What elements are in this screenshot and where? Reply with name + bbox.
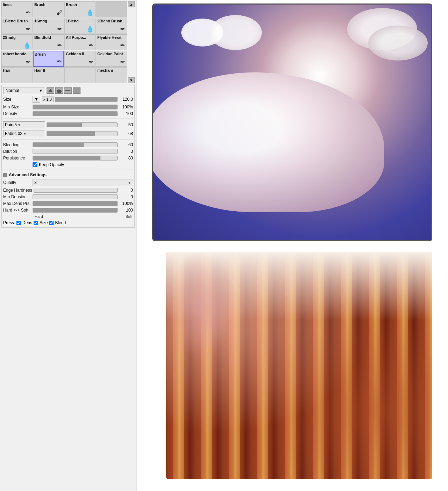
brush-icon-brush2: 💧 [86,9,94,16]
brush-icon-blindfold: ✒ [57,42,62,49]
blending-slider-container: 60 [33,142,133,147]
edge-hardness-label: Edge Hardness [3,188,32,193]
min-density-row: Min Density 0 [3,194,133,199]
density-value: 100 [119,111,133,116]
fabric02-row: Fabric 02 ▼ 68 [3,130,133,137]
size-dropdown[interactable]: ▼ [33,96,40,103]
press-size-checkbox[interactable] [34,221,38,225]
dilution-label: Dilution [3,149,31,154]
brush-cell-1smdg[interactable]: 1Smdg ✒ [33,18,64,34]
brush-cell-mechani[interactable]: mechani [96,67,127,83]
brush-cell-gekidan-paint[interactable]: Gekidan Paint ✒ [96,51,127,67]
shape-btn-mountain[interactable] [47,87,54,94]
blending-mode-label: Normal [6,88,19,93]
brush-cell-brush-selected[interactable]: Brush ✒ [33,51,64,67]
canvas-artwork[interactable] [145,3,439,486]
paint5-arrow-icon: ▼ [18,123,21,127]
scroll-down-button[interactable]: ▼ [128,77,135,83]
shape-btn-flat[interactable] [64,87,72,94]
blending-value: 60 [119,142,133,147]
persistence-value: 80 [119,156,133,161]
brush-cell-1blend[interactable]: 1Blend 💧 [64,18,96,34]
divider2 [3,140,133,140]
blending-mode-dropdown[interactable]: Normal ▼ [3,87,45,94]
cloud4 [368,26,428,61]
advanced-settings-header[interactable]: Advanced Settings [3,172,133,177]
size-slider[interactable] [55,97,118,102]
advanced-toggle-icon [3,173,7,177]
shape-btn-hill[interactable] [55,87,63,94]
brush-cell-hair2[interactable]: Hair II [33,67,64,83]
min-size-label: Min Size [3,105,31,109]
brush-icon-1smdg: ✒ [57,25,62,33]
fabric02-value: 68 [119,131,133,136]
brush-cell-hair[interactable]: Hair [1,67,33,83]
svg-point-1 [57,90,62,93]
svg-marker-0 [48,89,53,92]
min-density-slider[interactable] [33,194,118,199]
brush-cell-brush2[interactable]: Brush 💧 [64,1,96,17]
fabric02-slider[interactable] [47,131,118,136]
brush-cell-empty1 [96,1,127,17]
fabric02-dropdown[interactable]: Fabric 02 ▼ [3,130,45,137]
density-slider-container: 100 [33,111,133,116]
hard-soft-slider[interactable] [33,208,118,213]
brush-scroll-column: ▲ ▼ [128,1,135,83]
quality-dropdown[interactable]: 3 ▼ [33,179,133,186]
divider3 [3,170,133,170]
persistence-slider-container: 80 [33,156,133,161]
max-dens-prs-label: Max Dens Prs. [3,201,31,206]
edge-hardness-slider[interactable] [34,188,118,193]
press-row: Press: Dens Size Blend [3,220,133,225]
blending-row: Blending 60 [3,142,133,147]
min-size-slider[interactable] [33,105,118,109]
brush-cell-empty2 [64,67,96,83]
paint5-dropdown[interactable]: Paint5 ▼ [3,121,45,128]
brush-cell-1blend-brush[interactable]: 1Blend Brush ✒ [1,18,33,34]
brush-cell-brush1[interactable]: Brush 🖌 [33,1,64,17]
brush-cell-robert[interactable]: robert kondo ✒ [1,51,33,67]
brush-grid-wrapper: lines ✒ Brush 🖌 Brush 💧 1Blend Brush ✒ 1… [1,1,135,83]
max-dens-prs-value: 100% [119,201,133,206]
press-blend-checkbox[interactable] [49,221,54,225]
fabric02-slider-container: 68 [47,131,133,136]
keep-opacity-checkbox[interactable] [33,162,37,167]
brush-cell-flyable[interactable]: Flyable Heart ✒ [96,34,127,50]
brush-icon-gekidan-paint: ✒ [120,58,125,66]
brush-grid: lines ✒ Brush 🖌 Brush 💧 1Blend Brush ✒ 1… [1,1,127,83]
brush-cell-2blend-brush[interactable]: 2Blend Brush ✒ [96,18,127,34]
brush-icon-allpurpose: ✒ [89,42,94,49]
dilution-row: Dilution 0 [3,149,133,154]
edge-hardness-value: 0 [119,188,133,193]
persistence-slider[interactable] [33,156,118,161]
brush-cell-blindfold[interactable]: Blindfold ✒ [33,34,64,50]
brush-cell-2smdg[interactable]: 2Smdg 💧 [1,34,33,50]
size-multiplier: x 1.0 [42,97,54,102]
brush-cell-gekidan2[interactable]: Gekidan II ✒ [64,51,96,67]
paint5-value: 50 [119,122,133,127]
brush-cell-lines[interactable]: lines ✒ [1,1,33,17]
shape-btn-gray[interactable] [73,87,80,94]
hard-soft-label: Hard <-> Soft [3,208,31,213]
quality-arrow-icon: ▼ [128,181,131,185]
soft-label: Soft [125,214,132,219]
blending-slider[interactable] [33,142,118,147]
paint5-slider[interactable] [47,122,118,127]
density-slider[interactable] [33,111,118,116]
artwork-upper [152,3,432,241]
advanced-header-label: Advanced Settings [9,172,47,177]
paint5-row: Paint5 ▼ 50 [3,121,133,128]
press-dens-label: Dens [22,220,32,225]
brush-icon-1blend: 💧 [86,25,94,33]
max-dens-prs-slider-container: 100% [33,201,133,206]
blending-label: Blending [3,142,31,147]
press-dens-checkbox[interactable] [16,221,21,225]
blending-mode-arrow-icon: ▼ [39,88,43,93]
scroll-up-button[interactable]: ▲ [128,1,135,7]
press-label: Press: [3,220,15,225]
canvas-area [136,0,448,491]
dilution-slider[interactable] [33,149,118,154]
dilution-slider-container: 0 [33,149,133,154]
brush-cell-allpurpose[interactable]: All Purpo... ✒ [64,34,96,50]
max-dens-prs-slider[interactable] [33,201,118,206]
